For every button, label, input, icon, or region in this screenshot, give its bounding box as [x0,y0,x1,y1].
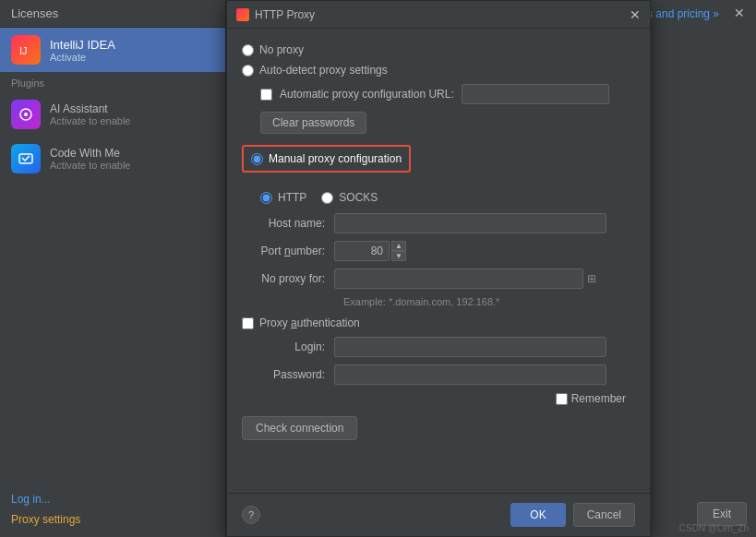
http-radio[interactable] [260,192,272,204]
no-proxy-for-label: No proxy for: [242,272,334,285]
sidebar: Licenses IJ IntelliJ IDEA Activate Plugi… [0,0,226,537]
sidebar-item-intellij[interactable]: IJ IntelliJ IDEA Activate [0,28,225,72]
remember-checkbox[interactable] [556,393,568,405]
remember-row: Remember [242,392,635,405]
footer-buttons: OK Cancel [510,503,635,527]
sidebar-bottom: Log in... Proxy settings [0,482,226,537]
svg-point-3 [24,113,28,116]
clear-passwords-button[interactable]: Clear passwords [260,112,366,134]
no-proxy-input[interactable] [334,268,583,289]
http-proxy-dialog: HTTP Proxy ✕ No proxy Auto-detect proxy … [226,0,651,537]
hostname-input[interactable] [334,213,606,233]
proxy-auth-row: Proxy authentication [242,316,635,329]
proxy-auth-checkbox[interactable] [242,317,254,329]
http-radio-row: HTTP [260,191,306,204]
manual-proxy-highlight: Manual proxy configuration [242,145,411,173]
ai-icon [11,100,41,129]
password-input[interactable] [334,364,606,385]
password-field-label: Password: [242,368,334,381]
socks-radio[interactable] [321,192,333,204]
remember-text: Remember [571,392,626,405]
check-connection-button[interactable]: Check connection [242,416,357,440]
dialog-body: No proxy Auto-detect proxy settings Auto… [227,29,650,493]
auto-config-url-row: Automatic proxy configuration URL: [260,84,635,104]
no-proxy-for-row: No proxy for: ⊞ [242,268,635,289]
cwm-status: Activate to enable [50,160,130,171]
dialog-title-content: HTTP Proxy [236,8,315,21]
cwm-icon [11,144,41,173]
auto-detect-row: Auto-detect proxy settings [242,64,635,77]
login-row: Login: [242,337,635,357]
protocol-row: HTTP SOCKS [260,191,635,204]
svg-text:IJ: IJ [19,45,28,56]
cwm-info: Code With Me Activate to enable [50,147,130,171]
watermark: CSDN @Len_Zh [679,523,749,533]
intellij-name: IntelliJ IDEA [50,38,115,52]
main-close-button[interactable]: ✕ [732,6,747,20]
socks-radio-row: SOCKS [321,191,378,204]
sidebar-item-ai[interactable]: AI Assistant Activate to enable [0,92,225,137]
licenses-title: Licenses [11,6,58,20]
manual-proxy-label[interactable]: Manual proxy configuration [269,152,402,165]
help-button[interactable]: ? [242,506,260,524]
no-proxy-for-label-text: No proxy for: [261,272,325,285]
socks-label[interactable]: SOCKS [339,191,378,204]
port-label: Port number: [242,245,334,257]
ok-button[interactable]: OK [510,503,565,527]
auto-config-label: Automatic proxy configuration URL: [280,88,454,101]
proxy-settings-link[interactable]: Proxy settings [11,513,80,526]
ai-status: Activate to enable [50,115,130,126]
ai-name: AI Assistant [50,102,130,115]
pricing-link[interactable]: s and pricing » [647,7,719,20]
port-input[interactable]: 80 [334,241,390,261]
sidebar-title: Licenses [0,0,225,28]
port-up-button[interactable]: ▲ [391,241,406,251]
intellij-icon: IJ [11,35,41,65]
login-field-label: Login: [242,340,334,353]
port-down-button[interactable]: ▼ [391,251,406,261]
hostname-label: Host name: [242,217,334,230]
manual-proxy-section-container: Manual proxy configuration [242,145,635,182]
dialog-footer: ? OK Cancel [227,493,650,536]
no-proxy-browse-icon[interactable]: ⊞ [587,272,596,285]
login-input[interactable] [334,337,606,357]
proxy-auth-label[interactable]: Proxy authentication [259,316,360,329]
dialog-titlebar: HTTP Proxy ✕ [227,1,650,29]
dialog-close-button[interactable]: ✕ [630,8,641,21]
hostname-row: Host name: [242,213,635,233]
no-proxy-radio[interactable] [242,44,254,56]
auto-detect-label[interactable]: Auto-detect proxy settings [259,64,388,77]
http-label[interactable]: HTTP [278,191,306,204]
auto-config-checkbox[interactable] [260,89,272,101]
password-row: Password: [242,364,635,385]
cancel-button[interactable]: Cancel [573,503,635,527]
example-text: Example: *.domain.com, 192.168.* [343,296,635,307]
dialog-title-icon [236,8,249,21]
auto-detect-radio[interactable] [242,65,254,77]
ai-info: AI Assistant Activate to enable [50,102,130,126]
port-row: Port number: 80 ▲ ▼ [242,241,635,261]
login-link[interactable]: Log in... [11,493,215,506]
port-spinner: ▲ ▼ [391,241,406,261]
no-proxy-label[interactable]: No proxy [259,43,304,56]
sidebar-item-cwm[interactable]: Code With Me Activate to enable [0,137,225,181]
manual-proxy-radio[interactable] [251,153,263,165]
remember-label[interactable]: Remember [556,392,626,405]
no-proxy-row: No proxy [242,43,635,56]
cwm-name: Code With Me [50,147,130,160]
intellij-status: Activate [50,52,115,63]
intellij-info: IntelliJ IDEA Activate [50,38,115,63]
hostname-label-text: Host name: [269,217,325,230]
dialog-title-text: HTTP Proxy [255,8,315,21]
plugins-section-label: Plugins [0,72,225,92]
port-label-text: Port number: [261,245,325,257]
auto-config-url-input[interactable] [462,84,609,104]
